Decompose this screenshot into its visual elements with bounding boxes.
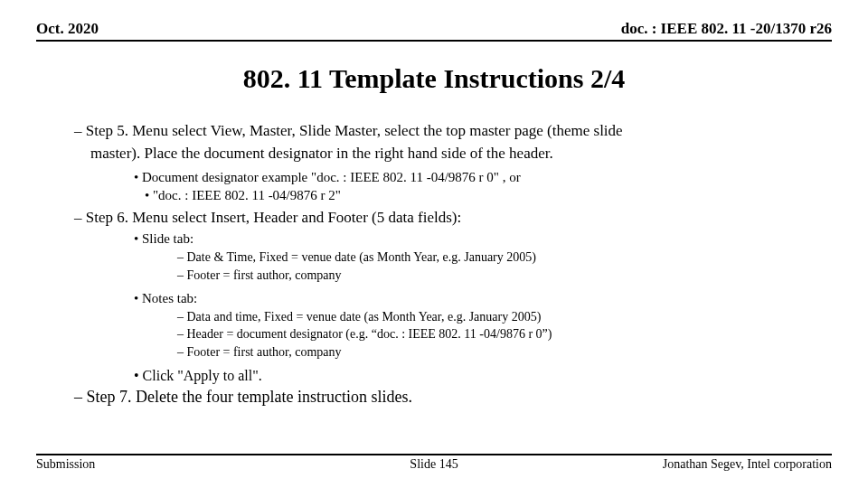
slide-body: – Step 5. Menu select View, Master, Slid…	[45, 121, 823, 408]
slide-tab-sub-2: – Footer = first author, company	[190, 267, 823, 284]
slide-footer: Submission Slide 145 Jonathan Segev, Int…	[36, 454, 832, 472]
slide-title: 802. 11 Template Instructions 2/4	[0, 63, 868, 94]
slide-tab-label: • Slide tab:	[145, 230, 823, 248]
step-6: – Step 6. Menu select Insert, Header and…	[90, 208, 823, 227]
notes-tab-sub-3: – Footer = first author, company	[190, 344, 823, 361]
footer-author: Jonathan Segev, Intel corporation	[663, 457, 832, 472]
notes-tab-sub-1: – Data and time, Fixed = venue date (as …	[190, 309, 823, 325]
slide-tab-sub-1: – Date & Time, Fixed = venue date (as Mo…	[190, 249, 823, 266]
step-5-example-1: • Document designator example "doc. : IE…	[145, 169, 823, 186]
footer-slide-number: Slide 145	[410, 457, 458, 472]
slide-header: Oct. 2020 doc. : IEEE 802. 11 -20/1370 r…	[36, 20, 832, 42]
header-doc-designator: doc. : IEEE 802. 11 -20/1370 r26	[621, 20, 832, 38]
notes-tab-sub-2: – Header = document designator (e.g. “do…	[190, 326, 823, 343]
step-5-line2: master). Place the document designator i…	[90, 144, 823, 163]
notes-tab-label: • Notes tab:	[145, 290, 823, 307]
step-5-line1: – Step 5. Menu select View, Master, Slid…	[90, 121, 823, 140]
apply-to-all: • Click "Apply to all".	[145, 367, 823, 385]
footer-left: Submission	[36, 457, 95, 472]
header-date: Oct. 2020	[36, 20, 99, 38]
step-7: – Step 7. Delete the four template instr…	[90, 387, 823, 408]
step-5-example-2: • "doc. : IEEE 802. 11 -04/9876 r 2"	[145, 187, 823, 204]
